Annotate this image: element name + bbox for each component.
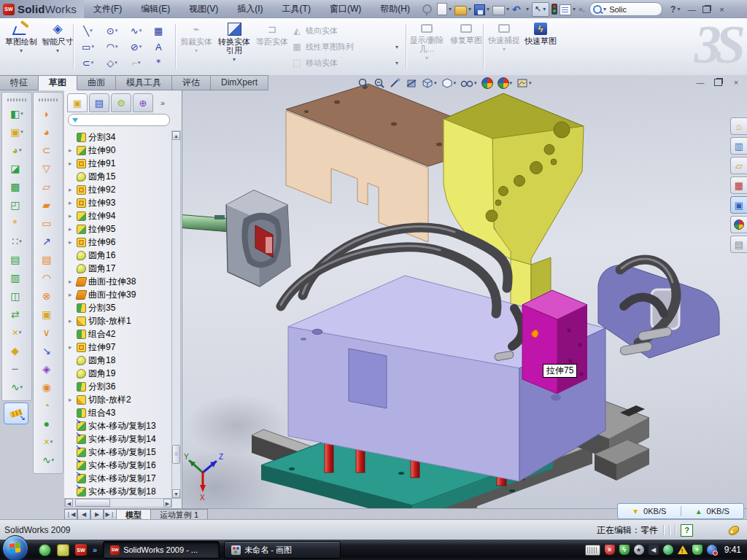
ribbon-tab[interactable]: 草图 <box>39 75 77 90</box>
toolbar-button[interactable]: ↗ ▾ <box>34 232 62 250</box>
trim-entities-button[interactable]: ⌁ 剪裁实体 ▾ <box>178 21 214 72</box>
toolbar-button[interactable]: ▥ ▾ <box>3 268 31 287</box>
appearances-tab[interactable] <box>730 216 747 233</box>
sketch-entity-button[interactable]: ⊘ ▾ <box>124 39 148 55</box>
toolbar-button[interactable]: ＊ ▾ <box>3 214 31 232</box>
start-button[interactable] <box>2 535 28 560</box>
tree-item[interactable]: ▸ 组合42 <box>69 327 172 341</box>
toolbar-button[interactable]: ▩ ▾ <box>3 177 31 195</box>
tag-icon[interactable] <box>727 524 740 537</box>
tree-item[interactable]: ▸ 圆角15 <box>69 170 172 183</box>
display-delete-relations-button[interactable]: 显示/删除几... ▾ <box>409 21 445 72</box>
sketch-entity-button[interactable]: ∿ ▾ <box>124 23 148 39</box>
solidworks-resources-tab[interactable]: ⌂ <box>730 117 747 135</box>
tray-badge-icon[interactable]: ★ <box>634 545 644 555</box>
print-icon[interactable] <box>492 6 505 15</box>
input-method-keyboard-icon[interactable] <box>585 545 600 556</box>
toolbar-button[interactable]: ◧ ▾ <box>3 104 31 122</box>
scroll-thumb[interactable] <box>75 499 110 507</box>
dimxpertmanager-tab[interactable]: ⊕ <box>133 93 153 112</box>
convert-entities-button[interactable]: 转换实体引用 ▾ <box>216 21 252 72</box>
expand-arrow-icon[interactable]: ▸ <box>69 160 74 167</box>
edit-appearance-icon[interactable] <box>481 77 493 89</box>
tree-item[interactable]: ▸ 曲面-拉伸39 <box>69 288 172 301</box>
toolbar-button[interactable]: ◗ ▾ <box>34 104 62 122</box>
sketch-entity-button[interactable]: ◇ ▾ <box>100 55 124 71</box>
smart-dimension-button[interactable]: ◈ 智能尺寸 ▾ <box>39 21 76 72</box>
sketch-entity-button[interactable]: A ▾ <box>148 39 172 55</box>
toolbox-tab[interactable]: ▦ <box>730 176 747 194</box>
tray-warning-icon[interactable]: ! <box>678 545 688 554</box>
ribbon-tab[interactable]: 评估 <box>172 75 211 90</box>
hide-show-items-icon[interactable]: ▾ <box>460 77 477 89</box>
tray-network-icon[interactable] <box>663 545 673 555</box>
ribbon-tab[interactable]: 模具工具 <box>116 75 172 90</box>
move-entities-button[interactable]: ⬚ 移动实体 ▾ <box>290 55 401 71</box>
ribbon-tab[interactable]: DimXpert <box>211 75 268 90</box>
tree-item[interactable]: ▸ 圆角18 <box>69 354 172 367</box>
sketch-entity-button[interactable]: ◠ ▾ <box>100 39 124 55</box>
tree-item[interactable]: ▸ 实体-移动/复制17 <box>69 472 172 485</box>
view-orientation-icon[interactable]: ▾ <box>422 77 437 89</box>
view-palette-tab[interactable]: ▣ <box>730 196 747 214</box>
ribbon-tab[interactable]: 特征 <box>0 75 39 90</box>
toolbar-button[interactable]: ◕ ▾ <box>3 141 31 159</box>
section-view-icon[interactable] <box>406 77 417 89</box>
featuremanager-tab[interactable]: ▣ <box>67 93 88 112</box>
tree-item[interactable]: ▸ 实体-移动/复制14 <box>69 432 172 446</box>
toolbar-button[interactable]: ◠ ▾ <box>34 268 62 287</box>
sketch-button[interactable]: 草图绘制 ▾ <box>3 21 39 72</box>
graphics-area[interactable]: Y Z X ▾ ▾ ▾ <box>182 75 747 508</box>
toolbar-button[interactable]: ▱ ▾ <box>34 177 62 195</box>
expand-arrow-icon[interactable]: ▸ <box>69 291 74 298</box>
expand-arrow-icon[interactable]: ▸ <box>69 238 74 246</box>
search-box[interactable]: ▾ Solic <box>589 2 662 16</box>
tree-item[interactable]: ▸ 拉伸92 <box>69 183 172 196</box>
restore-button[interactable] <box>703 6 711 13</box>
tree-item[interactable]: ▸ 拉伸97 <box>69 341 172 354</box>
save-icon[interactable] <box>474 4 485 15</box>
exploded-mold-assembly-model[interactable]: Y Z X <box>182 75 747 508</box>
toolbar-button[interactable]: ◈ ▾ <box>34 359 62 378</box>
close-button[interactable]: × <box>716 5 727 14</box>
scroll-left-button[interactable]: ◀ <box>65 499 73 508</box>
sketch-entity-button[interactable]: ▦ ▾ <box>148 23 172 39</box>
linear-sketch-pattern-button[interactable]: ▦ 线性草图阵列 ▾ <box>290 39 401 55</box>
menu-item[interactable]: 窗口(W) <box>320 0 371 18</box>
tree-item[interactable]: ▸ 切除-放样2 <box>69 393 172 406</box>
quick-snaps-button[interactable]: 快速捕捉 ▾ <box>486 21 522 72</box>
menu-item[interactable]: 插入(I) <box>228 0 272 18</box>
toolbar-button[interactable]: ⇄ ▾ <box>3 305 31 323</box>
scroll-right-button[interactable]: ▶ <box>163 499 171 508</box>
scroll-up-button[interactable]: ▲ <box>172 131 180 140</box>
toolbar-button[interactable]: ∷ ▾ <box>3 232 31 250</box>
view-settings-icon[interactable]: ▾ <box>516 77 532 89</box>
tree-item[interactable]: ▸ 圆角19 <box>69 367 172 380</box>
toolbar-button[interactable]: ▤ ▾ <box>34 250 62 268</box>
toolbar-button[interactable]: ◔ ▾ <box>34 396 62 414</box>
part-yellow-bracket[interactable] <box>444 93 584 323</box>
toolbar-overflow[interactable]: ».. <box>578 5 584 13</box>
tray-volume-icon[interactable]: ◀ <box>649 545 659 555</box>
tree-filter-input[interactable] <box>68 114 170 126</box>
tree-vertical-scrollbar[interactable]: ▲ ▼ <box>171 131 181 499</box>
tree-item[interactable]: ▸ 拉伸91 <box>69 157 172 170</box>
expand-arrow-icon[interactable]: ▸ <box>69 278 74 285</box>
tree-item[interactable]: ▸ 拉伸96 <box>69 236 172 249</box>
tree-item[interactable]: ▸ 拉伸93 <box>69 196 172 209</box>
tree-horizontal-scrollbar[interactable]: ◀ ▶ <box>64 498 172 508</box>
options-icon[interactable] <box>551 4 557 15</box>
tree-item[interactable]: ▸ 分割36 <box>69 380 172 393</box>
tree-item[interactable]: ▸ 圆角17 <box>69 262 172 275</box>
motion-study-tab[interactable]: 运动算例 1 <box>151 509 208 520</box>
toolbar-button[interactable]: ⊂ ▾ <box>34 141 62 159</box>
toolbar-button[interactable]: ∨ ▾ <box>34 323 62 341</box>
toolbar-button[interactable]: ◆ ▾ <box>3 341 31 359</box>
scroll-thumb[interactable] <box>172 445 180 464</box>
sketch-entity-button[interactable]: ＊ ▾ <box>148 55 172 71</box>
sketch-entity-button[interactable]: ⌐ ▾ <box>124 55 148 71</box>
doc-minimize-button[interactable]: — <box>695 78 705 87</box>
toolbar-button[interactable]: ● ▾ <box>34 414 62 432</box>
menu-item[interactable]: 文件(F) <box>84 0 131 18</box>
toolbar-button[interactable]: ◰ ▾ <box>3 195 31 214</box>
